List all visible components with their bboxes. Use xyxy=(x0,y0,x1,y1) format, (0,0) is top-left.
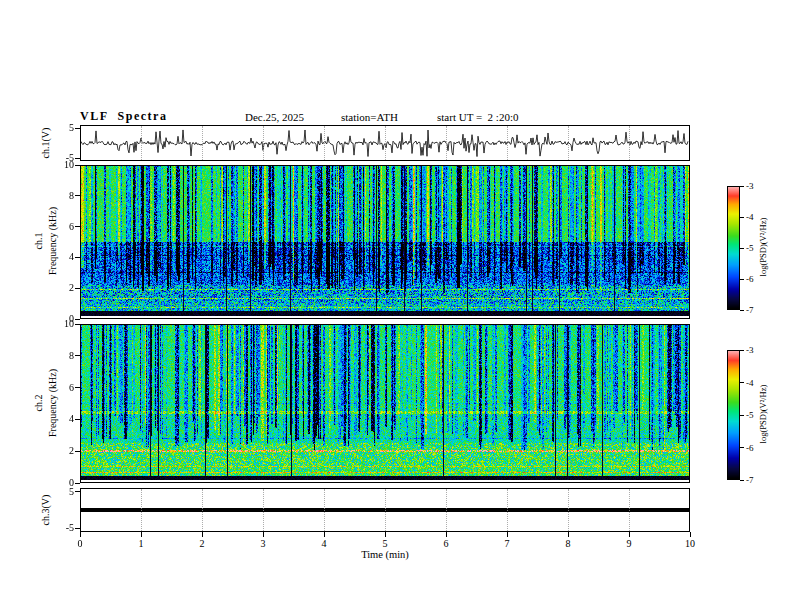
x-tick-mark xyxy=(141,532,142,537)
x-tick-mark xyxy=(568,532,569,537)
x-tick-label: 4 xyxy=(314,538,334,550)
minute-gridline xyxy=(385,126,386,160)
minute-gridline xyxy=(446,489,447,531)
ch2-spectrogram xyxy=(81,325,689,482)
figure-station: station=ATH xyxy=(341,111,398,123)
x-tick-mark xyxy=(202,532,203,537)
minute-gridline xyxy=(263,489,264,531)
x-tick-mark xyxy=(507,532,508,537)
y-tick-label: 5 xyxy=(69,122,74,134)
figure-title: VLF Spectra xyxy=(80,109,167,124)
ch1-spectrogram xyxy=(81,166,689,318)
x-tick-label: 7 xyxy=(497,538,517,550)
colorbar-ch1-label: log(PSD)(V²/Hz) xyxy=(758,187,768,307)
colorbar-tick-label: -5 xyxy=(746,409,754,421)
y-tick-mark xyxy=(75,288,80,289)
y-tick-mark xyxy=(75,491,80,492)
x-tick-mark xyxy=(263,532,264,537)
y-tick-mark xyxy=(75,355,80,356)
x-tick-mark xyxy=(324,532,325,537)
colorbar-tick-label: -3 xyxy=(746,180,754,192)
minute-gridline xyxy=(141,126,142,160)
minute-gridline xyxy=(507,126,508,160)
y-tick-label: 6 xyxy=(69,382,74,394)
y-tick-label: 2 xyxy=(69,445,74,457)
ch1-frequency-ylabel: Frequency (kHz) xyxy=(47,181,59,301)
colorbar-tick-mark xyxy=(740,248,744,249)
ch1-channel-label: ch.1 xyxy=(33,181,45,301)
vlf-spectra-figure: VLF Spectra Dec.25, 2025 station=ATH sta… xyxy=(0,0,792,612)
y-tick-mark xyxy=(75,158,80,159)
colorbar-tick-label: -7 xyxy=(746,474,754,486)
colorbar-tick-mark xyxy=(740,310,744,311)
colorbar-tick-mark xyxy=(740,382,744,383)
minute-gridline xyxy=(141,489,142,531)
x-tick-label: 8 xyxy=(558,538,578,550)
y-tick-label: 10 xyxy=(64,318,74,330)
colorbar-ch2-label: log(PSD)(V²/Hz) xyxy=(758,354,768,474)
x-tick-mark xyxy=(385,532,386,537)
y-tick-mark xyxy=(75,195,80,196)
y-tick-mark xyxy=(75,324,80,325)
colorbar-ch1 xyxy=(727,186,740,310)
ch2-spectrogram-panel xyxy=(80,324,690,483)
x-tick-mark xyxy=(80,532,81,537)
minute-gridline xyxy=(568,126,569,160)
x-tick-mark xyxy=(690,532,691,537)
x-tick-label: 9 xyxy=(619,538,639,550)
colorbar-tick-label: -3 xyxy=(746,344,754,356)
ch3-voltage-ylabel: ch.3(V) xyxy=(40,450,52,570)
x-tick-label: 5 xyxy=(375,538,395,550)
colorbar-tick-mark xyxy=(740,217,744,218)
colorbar-tick-mark xyxy=(740,350,744,351)
y-tick-label: 6 xyxy=(69,221,74,233)
minute-gridline xyxy=(629,126,630,160)
y-tick-label: 2 xyxy=(69,282,74,294)
minute-gridline xyxy=(324,489,325,531)
x-tick-mark xyxy=(446,532,447,537)
x-tick-label: 2 xyxy=(192,538,212,550)
minute-gridline xyxy=(385,489,386,531)
colorbar-tick-label: -4 xyxy=(746,377,754,389)
x-tick-label: 0 xyxy=(70,538,90,550)
y-tick-mark xyxy=(75,319,80,320)
colorbar-ch1-gradient xyxy=(728,187,739,309)
y-tick-mark xyxy=(75,226,80,227)
y-tick-mark xyxy=(75,483,80,484)
x-tick-mark xyxy=(629,532,630,537)
x-tick-label: 3 xyxy=(253,538,273,550)
y-tick-mark xyxy=(75,528,80,529)
y-tick-mark xyxy=(75,387,80,388)
y-tick-label: 10 xyxy=(64,159,74,171)
colorbar-tick-label: -4 xyxy=(746,211,754,223)
y-tick-label: -5 xyxy=(66,522,74,534)
minute-gridline xyxy=(629,489,630,531)
x-axis-label: Time (min) xyxy=(285,549,485,560)
y-tick-label: 8 xyxy=(69,190,74,202)
colorbar-tick-mark xyxy=(740,447,744,448)
minute-gridline xyxy=(446,126,447,160)
minute-gridline xyxy=(568,489,569,531)
minute-gridline xyxy=(507,489,508,531)
x-tick-label: 6 xyxy=(436,538,456,550)
minute-gridline xyxy=(202,489,203,531)
y-tick-mark xyxy=(75,257,80,258)
colorbar-tick-mark xyxy=(740,415,744,416)
colorbar-tick-mark xyxy=(740,480,744,481)
y-tick-mark xyxy=(75,128,80,129)
y-tick-label: 4 xyxy=(69,413,74,425)
colorbar-ch2-gradient xyxy=(728,351,739,479)
colorbar-tick-mark xyxy=(740,186,744,187)
colorbar-tick-label: -6 xyxy=(746,442,754,454)
y-tick-label: 5 xyxy=(69,486,74,498)
colorbar-tick-label: -5 xyxy=(746,242,754,254)
ch2-frequency-ylabel: Frequency (kHz) xyxy=(47,343,59,463)
ch1-spectrogram-panel xyxy=(80,165,690,319)
x-tick-label: 1 xyxy=(131,538,151,550)
colorbar-tick-mark xyxy=(740,279,744,280)
y-tick-mark xyxy=(75,419,80,420)
minute-gridline xyxy=(202,126,203,160)
x-tick-label: 10 xyxy=(680,538,700,550)
minute-gridline xyxy=(324,126,325,160)
figure-date: Dec.25, 2025 xyxy=(245,111,304,123)
